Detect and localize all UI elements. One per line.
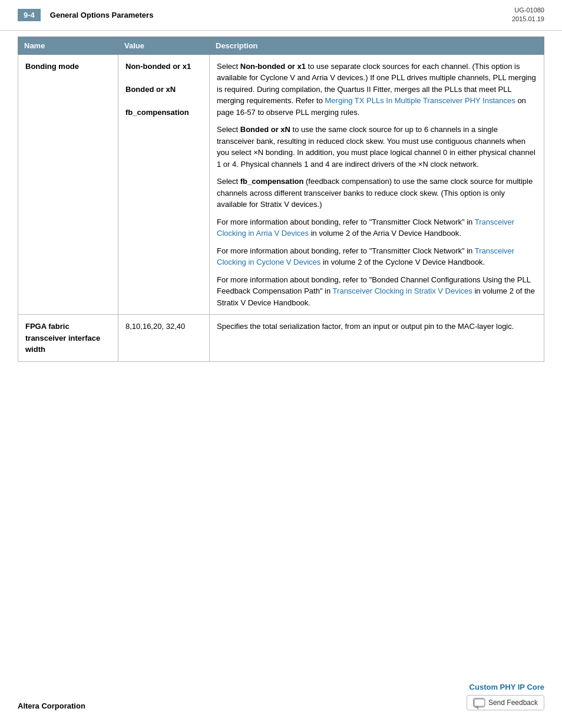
send-feedback-button[interactable]: Send Feedback	[467, 695, 544, 710]
row1-name: Bonding mode	[18, 54, 118, 315]
page-number: 9-4	[18, 9, 41, 21]
col-header-description: Description	[210, 37, 544, 54]
stratix-v-clocking-link[interactable]: Transceiver Clocking in Stratix V Device…	[333, 286, 472, 295]
svg-rect-0	[474, 699, 485, 706]
page-header: 9-4 General Options Parameters UG-01080 …	[0, 0, 562, 31]
merging-tx-plls-link[interactable]: Merging TX PLLs In Multiple Transceiver …	[325, 96, 515, 105]
page: 9-4 General Options Parameters UG-01080 …	[0, 0, 562, 728]
arria-v-clocking-link[interactable]: Transceiver Clocking in Arria V Devices	[217, 218, 514, 238]
page-title: General Options Parameters	[50, 11, 512, 19]
page-footer: Altera Corporation Custom PHY IP Core Se…	[18, 683, 544, 710]
row2-name: FPGA fabric transceiver interface width	[18, 315, 118, 362]
doc-id: UG-01080 2015.01.19	[512, 6, 544, 24]
main-content: Name Value Description Bonding mode Non-…	[0, 37, 562, 374]
footer-right: Custom PHY IP Core Send Feedback	[467, 683, 544, 710]
row2-description: Specifies the total serialization factor…	[210, 315, 544, 362]
col-header-name: Name	[18, 37, 118, 54]
table-row: Bonding mode Non-bonded or x1 Bonded or …	[18, 54, 544, 315]
col-header-value: Value	[118, 37, 210, 54]
cyclone-v-clocking-link[interactable]: Transceiver Clocking in Cyclone V Device…	[217, 246, 514, 267]
options-table: Name Value Description Bonding mode Non-…	[18, 37, 544, 362]
table-row: FPGA fabric transceiver interface width …	[18, 315, 544, 362]
row2-value: 8,10,16,20, 32,40	[118, 315, 210, 362]
feedback-label: Send Feedback	[488, 699, 538, 707]
company-name: Altera Corporation	[18, 701, 85, 710]
custom-phy-link[interactable]: Custom PHY IP Core	[470, 683, 544, 691]
row1-value: Non-bonded or x1 Bonded or xN fb_compens…	[118, 54, 210, 315]
chat-bubble-icon	[474, 699, 485, 708]
row1-description: Select Non-bonded or x1 to use separate …	[210, 54, 544, 315]
feedback-icon	[473, 698, 485, 707]
